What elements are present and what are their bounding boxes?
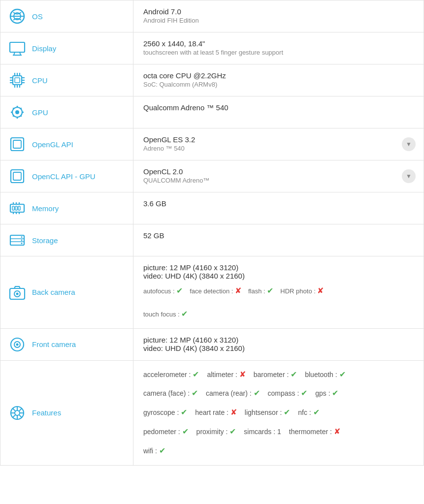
label-text-memory: Memory	[32, 204, 59, 213]
feature-item: wifi : ✔	[143, 447, 165, 455]
cross-icon: ✘	[239, 370, 246, 378]
feature-item: proximity : ✔	[196, 428, 236, 436]
value-main-os: Android 7.0	[143, 7, 414, 16]
feature-item: compass : ✔	[268, 389, 308, 397]
label-text-storage: Storage	[32, 236, 58, 245]
gpu-icon	[8, 103, 26, 121]
feature-item: thermometer : ✘	[289, 428, 340, 436]
svg-point-42	[21, 243, 23, 244]
feature-item: altimeter : ✘	[207, 371, 245, 378]
svg-line-57	[19, 409, 22, 411]
cam-feature: flash : ✔	[248, 287, 273, 295]
row-os: OS Android 7.0Android FIH Edition	[0, 0, 424, 32]
label-cell-opengl: OpenGL API	[0, 128, 133, 160]
check-icon: ✔	[267, 286, 273, 295]
label-cell-cpu: CPU	[0, 64, 133, 96]
value-cell-back_camera: picture: 12 MP (4160 x 3120)video: UHD (…	[133, 256, 424, 329]
value-sub-cpu: SoC: Qualcomm (ARMv8)	[143, 81, 414, 88]
feature-item: accelerometer : ✔	[143, 371, 199, 378]
value-cell-cpu: octa core CPU @2.2GHzSoC: Qualcomm (ARMv…	[133, 64, 424, 96]
display-icon	[8, 39, 26, 57]
label-text-display: Display	[32, 44, 56, 53]
row-storage: Storage 52 GB	[0, 224, 424, 256]
label-cell-opencl: OpenCL API - GPU	[0, 160, 133, 192]
value-main-cpu: octa core CPU @2.2GHz	[143, 71, 414, 80]
label-text-cpu: CPU	[32, 76, 48, 85]
check-icon: ✔	[192, 389, 198, 397]
cpu-icon	[8, 71, 26, 89]
check-icon: ✔	[332, 389, 338, 397]
svg-line-58	[13, 414, 16, 417]
value-sub-opencl: QUALCOMM Adreno™	[143, 177, 414, 184]
value-cell-display: 2560 x 1440, 18.4"touchscreen with at le…	[133, 32, 424, 64]
check-icon: ✔	[229, 427, 236, 436]
storage-icon	[8, 231, 26, 249]
row-opengl: OpenGL API OpenGL ES 3.2Adreno ™ 540▼	[0, 128, 424, 160]
feature-item: camera (rear) : ✔	[206, 389, 260, 397]
check-icon: ✔	[313, 408, 320, 416]
row-cpu: CPU octa core CPU @2.2GHzSoC: Qualcomm (…	[0, 64, 424, 96]
value-sub-os: Android FIH Edition	[143, 17, 414, 24]
label-cell-front_camera: Front camera	[0, 328, 133, 360]
camera-features-1: autofocus : ✔face detection : ✘flash : ✔…	[143, 284, 414, 298]
row-front_camera: Front camera picture: 12 MP (4160 x 3120…	[0, 328, 424, 360]
svg-rect-24	[13, 140, 21, 148]
value-main-memory: 3.6 GB	[143, 199, 414, 208]
feature-item: barometer : ✔	[254, 371, 297, 378]
row-opencl: OpenCL API - GPU OpenCL 2.0QUALCOMM Adre…	[0, 160, 424, 192]
value-main-storage: 52 GB	[143, 231, 414, 240]
value-main-gpu: Qualcomm Adreno ™ 540	[143, 103, 414, 112]
os-icon	[8, 7, 26, 25]
label-cell-storage: Storage	[0, 224, 133, 256]
cross-icon: ✘	[235, 286, 241, 295]
cam-feature: HDR photo : ✘	[280, 287, 324, 295]
label-cell-os: OS	[0, 0, 133, 32]
svg-rect-30	[18, 206, 20, 210]
svg-line-55	[13, 409, 16, 411]
cross-icon: ✘	[317, 286, 324, 295]
spec-table: OS Android 7.0Android FIH Edition Displa…	[0, 0, 424, 466]
check-icon: ✔	[254, 389, 260, 397]
check-icon: ✔	[182, 427, 189, 436]
cam-touch-focus: touch focus : ✔	[143, 311, 188, 318]
dropdown-arrow-opengl[interactable]: ▼	[402, 137, 416, 151]
value-sub-opengl: Adreno ™ 540	[143, 145, 414, 152]
feature-item: camera (face) : ✔	[143, 389, 198, 397]
front-camera-main: picture: 12 MP (4160 x 3120)	[143, 336, 414, 344]
feature-line-0: accelerometer : ✔altimeter : ✘barometer …	[143, 368, 414, 382]
svg-rect-23	[11, 138, 24, 151]
row-features: Features accelerometer : ✔altimeter : ✘b…	[0, 360, 424, 465]
label-text-opengl: OpenGL API	[32, 140, 73, 149]
features-icon	[8, 404, 26, 422]
feature-item: pedometer : ✔	[143, 428, 189, 436]
svg-rect-8	[15, 78, 20, 83]
feature-item: nfc : ✔	[298, 409, 319, 416]
camera-icon	[8, 284, 26, 301]
check-icon: ✔	[181, 408, 187, 416]
label-cell-gpu: GPU	[0, 96, 133, 128]
row-display: Display 2560 x 1440, 18.4"touchscreen wi…	[0, 32, 424, 64]
check-icon: ✔	[193, 370, 199, 378]
feature-line-4: wifi : ✔	[143, 444, 414, 458]
cam-feature: face detection : ✘	[190, 287, 241, 295]
svg-point-48	[16, 343, 19, 346]
dropdown-arrow-opencl[interactable]: ▼	[402, 169, 416, 183]
feature-line-1: camera (face) : ✔camera (rear) : ✔compas…	[143, 386, 414, 401]
label-text-gpu: GPU	[32, 108, 48, 117]
feature-item: gps : ✔	[315, 389, 338, 397]
cross-icon: ✘	[230, 408, 237, 416]
check-icon: ✔	[301, 389, 307, 397]
label-cell-features: Features	[0, 360, 133, 465]
label-cell-back_camera: Back camera	[0, 256, 133, 329]
check-icon: ✔	[176, 286, 183, 295]
label-text-features: Features	[32, 409, 61, 417]
label-text-front_camera: Front camera	[32, 340, 76, 348]
cross-icon: ✘	[334, 427, 340, 436]
check-icon: ✔	[291, 370, 297, 378]
svg-point-41	[21, 240, 23, 241]
value-cell-gpu: Qualcomm Adreno ™ 540	[133, 96, 424, 128]
cam-feature: autofocus : ✔	[143, 287, 183, 295]
svg-point-40	[21, 236, 23, 238]
label-text-opencl: OpenCL API - GPU	[32, 172, 96, 181]
feature-item: gyroscope : ✔	[143, 409, 187, 416]
